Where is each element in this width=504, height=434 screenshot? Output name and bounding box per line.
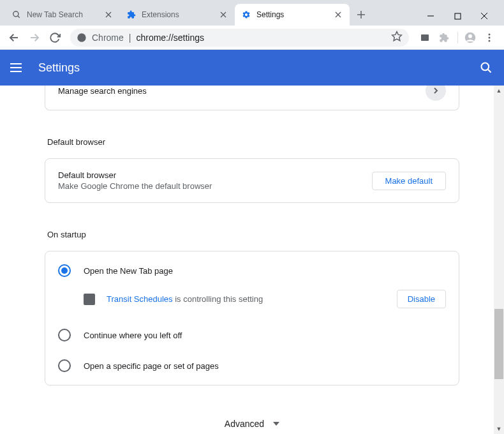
menu-icon[interactable] bbox=[484, 32, 495, 43]
startup-option-continue[interactable]: Continue where you left off bbox=[45, 320, 459, 350]
startup-card: Open the New Tab page Transit Schedules … bbox=[45, 251, 459, 385]
radio-unchecked-icon[interactable] bbox=[58, 359, 71, 372]
browser-tab-1[interactable]: Extensions bbox=[120, 4, 235, 26]
svg-line-1 bbox=[18, 16, 20, 18]
svg-line-25 bbox=[488, 70, 491, 73]
chrome-icon bbox=[77, 33, 87, 43]
svg-point-0 bbox=[13, 11, 19, 17]
extension-notice-text: is controlling this setting bbox=[173, 294, 263, 304]
browser-toolbar: Chrome | chrome://settings bbox=[0, 26, 504, 50]
gear-icon bbox=[241, 10, 251, 20]
extension-rail-icon bbox=[84, 294, 95, 305]
svg-point-24 bbox=[482, 63, 489, 71]
svg-rect-18 bbox=[421, 34, 429, 41]
extension-link[interactable]: Transit Schedules bbox=[107, 294, 173, 304]
scrollbar-track[interactable]: ▲ ▼ bbox=[494, 86, 504, 434]
close-icon[interactable] bbox=[218, 10, 228, 20]
browser-tab-bar: New Tab Search Extensions Settings bbox=[0, 0, 504, 26]
svg-point-20 bbox=[468, 34, 472, 38]
forward-button[interactable] bbox=[26, 29, 43, 47]
startup-option-label: Open a specific page or set of pages bbox=[84, 361, 219, 371]
close-icon[interactable] bbox=[333, 10, 343, 20]
radio-checked-icon[interactable] bbox=[58, 264, 71, 277]
startup-option-label: Continue where you left off bbox=[84, 331, 182, 340]
minimize-button[interactable] bbox=[425, 10, 436, 22]
settings-header: Settings bbox=[0, 50, 504, 86]
make-default-button[interactable]: Make default bbox=[372, 172, 446, 190]
svg-point-16 bbox=[77, 33, 85, 41]
hamburger-menu-icon[interactable] bbox=[10, 60, 26, 75]
startup-option-newtab[interactable]: Open the New Tab page bbox=[45, 255, 459, 286]
default-browser-card: Default browser Make Google Chrome the d… bbox=[45, 158, 459, 203]
svg-point-21 bbox=[489, 33, 491, 35]
puzzle-icon bbox=[126, 10, 137, 20]
section-title-default-browser: Default browser bbox=[45, 126, 459, 158]
tab-title: New Tab Search bbox=[27, 10, 98, 19]
disable-button[interactable]: Disable bbox=[397, 290, 446, 308]
radio-unchecked-icon[interactable] bbox=[58, 329, 71, 341]
extension-icon-1[interactable] bbox=[419, 32, 431, 43]
browser-tab-2[interactable]: Settings bbox=[235, 4, 350, 26]
omnibox-path: chrome://settings bbox=[136, 33, 204, 43]
scrollbar-thumb[interactable] bbox=[494, 309, 503, 379]
new-tab-button[interactable] bbox=[352, 6, 370, 24]
chevron-down-icon bbox=[273, 419, 279, 429]
page-title: Settings bbox=[38, 61, 466, 75]
manage-search-card: Manage search engines bbox=[45, 86, 459, 110]
close-icon[interactable] bbox=[103, 10, 114, 20]
address-bar[interactable]: Chrome | chrome://settings bbox=[70, 29, 409, 47]
omnibox-separator: | bbox=[129, 33, 131, 43]
svg-point-23 bbox=[489, 40, 491, 41]
reload-button[interactable] bbox=[46, 29, 64, 47]
default-browser-subtitle: Make Google Chrome the default browser bbox=[58, 181, 372, 191]
extension-icon-2[interactable] bbox=[438, 32, 450, 43]
svg-point-22 bbox=[489, 36, 491, 38]
section-title-on-startup: On startup bbox=[45, 218, 459, 251]
search-icon[interactable] bbox=[478, 60, 494, 75]
svg-marker-17 bbox=[392, 31, 402, 40]
settings-content-scroll[interactable]: Manage search engines Default browser De… bbox=[0, 86, 504, 434]
default-browser-title: Default browser bbox=[58, 170, 372, 180]
bookmark-star-icon[interactable] bbox=[391, 31, 403, 45]
advanced-label: Advanced bbox=[225, 419, 264, 429]
svg-marker-26 bbox=[273, 422, 279, 426]
extension-notice: Transit Schedules is controlling this se… bbox=[45, 286, 459, 320]
back-button[interactable] bbox=[5, 29, 23, 47]
tab-title: Extensions bbox=[142, 10, 213, 19]
manage-search-row[interactable]: Manage search engines bbox=[45, 86, 459, 110]
window-controls bbox=[416, 10, 499, 22]
maximize-button[interactable] bbox=[452, 10, 463, 22]
tab-title: Settings bbox=[256, 10, 328, 19]
startup-option-specific[interactable]: Open a specific page or set of pages bbox=[45, 350, 459, 381]
content-area: Manage search engines Default browser De… bbox=[0, 86, 504, 434]
search-icon bbox=[11, 10, 22, 20]
advanced-toggle[interactable]: Advanced bbox=[45, 401, 459, 434]
close-window-button[interactable] bbox=[478, 10, 490, 22]
omnibox-prefix: Chrome bbox=[92, 33, 124, 43]
avatar-icon[interactable] bbox=[464, 32, 476, 43]
scroll-up-icon[interactable]: ▲ bbox=[494, 86, 504, 96]
browser-tab-0[interactable]: New Tab Search bbox=[5, 4, 120, 26]
chevron-right-icon[interactable] bbox=[426, 86, 446, 101]
svg-rect-11 bbox=[455, 13, 461, 19]
scroll-down-icon[interactable]: ▼ bbox=[494, 424, 504, 434]
manage-search-label: Manage search engines bbox=[58, 86, 147, 96]
startup-option-label: Open the New Tab page bbox=[84, 266, 173, 276]
